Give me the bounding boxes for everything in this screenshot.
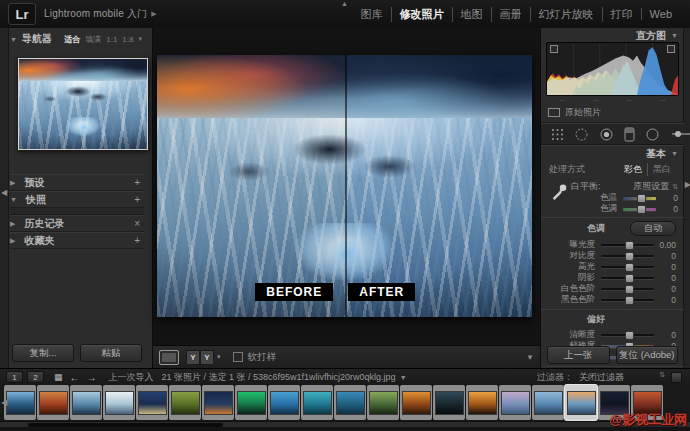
basic-header[interactable]: 基本 ▼ bbox=[541, 145, 684, 160]
filmstrip-scroll-left-icon[interactable]: ◀ bbox=[1, 398, 7, 407]
section-collections[interactable]: ▶ 收藏夹 + bbox=[10, 232, 144, 249]
toolbar-caret-icon[interactable]: ▼ bbox=[526, 353, 534, 362]
zoom-fit[interactable]: 适合 bbox=[64, 34, 80, 45]
loupe-view-icon[interactable] bbox=[159, 350, 179, 365]
zoom-more-icon[interactable]: ▾ bbox=[138, 35, 142, 43]
view-options-caret-icon[interactable]: ▾ bbox=[217, 353, 221, 361]
adjustment-brush-tool-icon[interactable] bbox=[670, 128, 690, 140]
graduated-filter-tool-icon[interactable] bbox=[624, 127, 635, 142]
collections-add-icon[interactable]: + bbox=[134, 235, 140, 246]
filmstrip-thumb-starry-tent[interactable] bbox=[136, 385, 168, 420]
auto-tone-button[interactable]: 自动 bbox=[630, 221, 676, 236]
module-develop[interactable]: 修改照片 bbox=[391, 7, 452, 22]
zoom-1-8[interactable]: 1:8 bbox=[122, 35, 133, 44]
basic-disclosure-icon[interactable]: ▼ bbox=[671, 150, 678, 157]
contrast-slider[interactable] bbox=[601, 255, 654, 257]
filter-toggle[interactable] bbox=[671, 372, 682, 383]
zoom-fill[interactable]: 填满 bbox=[85, 34, 101, 45]
slider-knob[interactable] bbox=[625, 263, 634, 272]
copy-button[interactable]: 复制... bbox=[12, 344, 74, 362]
filter-select[interactable]: 关闭过滤器⇅ bbox=[579, 371, 665, 384]
crop-tool-icon[interactable] bbox=[551, 128, 564, 141]
history-clear-icon[interactable]: × bbox=[134, 218, 140, 229]
radial-filter-tool-icon[interactable] bbox=[645, 127, 660, 142]
filmstrip-source[interactable]: 上一次导入 bbox=[109, 371, 154, 384]
filmstrip-thumb-waterfall[interactable] bbox=[169, 385, 201, 420]
slider-knob[interactable] bbox=[625, 252, 634, 261]
module-print[interactable]: 打印 bbox=[602, 7, 641, 22]
before-after-left-icon[interactable]: Y bbox=[186, 350, 200, 365]
blacks-slider[interactable] bbox=[601, 299, 654, 301]
filmstrip-thumb-snow-climber[interactable] bbox=[103, 385, 135, 420]
navigator-disclosure-icon[interactable]: ▼ bbox=[10, 36, 17, 43]
catalog-name[interactable]: Lightroom mobile 入门 bbox=[44, 7, 147, 21]
history-disclosure-icon[interactable]: ▶ bbox=[10, 220, 15, 228]
snapshots-add-icon[interactable]: + bbox=[134, 194, 140, 205]
right-collapse-icon[interactable]: ▶ bbox=[685, 180, 690, 189]
filmstrip-thumb-aurora[interactable] bbox=[235, 385, 267, 420]
before-after-right-icon[interactable]: Y bbox=[200, 350, 214, 365]
presets-add-icon[interactable]: + bbox=[134, 177, 140, 188]
reset-button[interactable]: 复位 (Adobe) bbox=[616, 346, 679, 364]
grid-view-icon[interactable]: ▦ bbox=[54, 372, 63, 382]
filmstrip-thumb-icy-sea[interactable] bbox=[532, 385, 564, 420]
slider-knob[interactable] bbox=[625, 285, 634, 294]
left-panel-edge[interactable] bbox=[0, 28, 9, 368]
top-panel-collapse-icon[interactable]: ▲ bbox=[341, 0, 348, 7]
second-window-button[interactable]: 2 bbox=[27, 371, 44, 383]
histogram-header[interactable]: 直方图 ▼ bbox=[541, 28, 684, 42]
filmstrip-thumb-island-sea[interactable] bbox=[268, 385, 300, 420]
slider-knob[interactable] bbox=[637, 194, 646, 203]
wb-eyedropper-icon[interactable] bbox=[547, 180, 571, 215]
go-forward-icon[interactable]: → bbox=[87, 372, 97, 383]
tint-slider[interactable] bbox=[623, 208, 656, 211]
filmstrip-thumb-iceberg[interactable] bbox=[70, 385, 102, 420]
slider-knob[interactable] bbox=[625, 296, 634, 305]
section-presets[interactable]: ▶ 预设 + bbox=[10, 174, 144, 191]
clarity-slider[interactable] bbox=[601, 334, 654, 336]
filmstrip-thumb-night-bridge[interactable] bbox=[466, 385, 498, 420]
highlight-clipping-icon[interactable] bbox=[667, 45, 675, 53]
shadows-slider[interactable] bbox=[601, 277, 654, 279]
section-snapshots[interactable]: ▼ 快照 + bbox=[10, 191, 144, 208]
module-book[interactable]: 画册 bbox=[491, 7, 530, 22]
whites-slider[interactable] bbox=[601, 288, 654, 290]
module-slideshow[interactable]: 幻灯片放映 bbox=[530, 7, 602, 22]
histogram[interactable] bbox=[546, 42, 679, 96]
red-eye-tool-icon[interactable] bbox=[599, 127, 614, 142]
main-window-button[interactable]: 1 bbox=[6, 371, 23, 383]
filmstrip-thumb-green-mountain[interactable] bbox=[367, 385, 399, 420]
filmstrip-thumb-icy-beach-sunset[interactable] bbox=[565, 385, 597, 420]
filmstrip-thumb-dark-reflection[interactable] bbox=[433, 385, 465, 420]
filmstrip-thumb-blue-lagoon[interactable] bbox=[334, 385, 366, 420]
catalog-caret-icon[interactable]: ▶ bbox=[151, 10, 156, 18]
module-map[interactable]: 地图 bbox=[452, 7, 491, 22]
temp-slider[interactable] bbox=[623, 197, 656, 200]
zoom-1-1[interactable]: 1:1 bbox=[106, 35, 117, 44]
wb-preset-select[interactable]: 原照设置⇅ bbox=[633, 180, 678, 193]
main-photo[interactable]: BEFORE AFTER bbox=[157, 55, 532, 317]
module-web[interactable]: Web bbox=[641, 8, 680, 20]
paste-button[interactable]: 粘贴 bbox=[80, 344, 142, 362]
previous-button[interactable]: 上一张 bbox=[547, 346, 610, 364]
treatment-bw[interactable]: 黑白 bbox=[647, 163, 676, 176]
shadow-clipping-icon[interactable] bbox=[550, 45, 558, 53]
spot-removal-tool-icon[interactable] bbox=[574, 127, 589, 142]
slider-knob[interactable] bbox=[637, 205, 646, 214]
filmstrip-thumb-ice-cave[interactable] bbox=[4, 385, 36, 420]
slider-knob[interactable] bbox=[625, 274, 634, 283]
module-library[interactable]: 图库 bbox=[353, 7, 391, 22]
slider-knob[interactable] bbox=[625, 241, 634, 250]
collections-disclosure-icon[interactable]: ▶ bbox=[10, 237, 15, 245]
original-photo-row[interactable]: 原始照片 bbox=[541, 104, 684, 123]
snapshots-disclosure-icon[interactable]: ▼ bbox=[10, 196, 17, 203]
left-collapse-icon[interactable]: ◀ bbox=[1, 188, 7, 197]
soft-proof-checkbox[interactable] bbox=[233, 352, 243, 362]
highlights-slider[interactable] bbox=[601, 266, 654, 268]
presets-disclosure-icon[interactable]: ▶ bbox=[10, 179, 15, 187]
slider-knob[interactable] bbox=[625, 331, 634, 340]
exposure-slider[interactable] bbox=[601, 244, 654, 246]
filmstrip-thumb-teal-sea[interactable] bbox=[301, 385, 333, 420]
filmstrip-thumb-lightning-city[interactable] bbox=[202, 385, 234, 420]
histogram-disclosure-icon[interactable]: ▼ bbox=[671, 32, 678, 39]
